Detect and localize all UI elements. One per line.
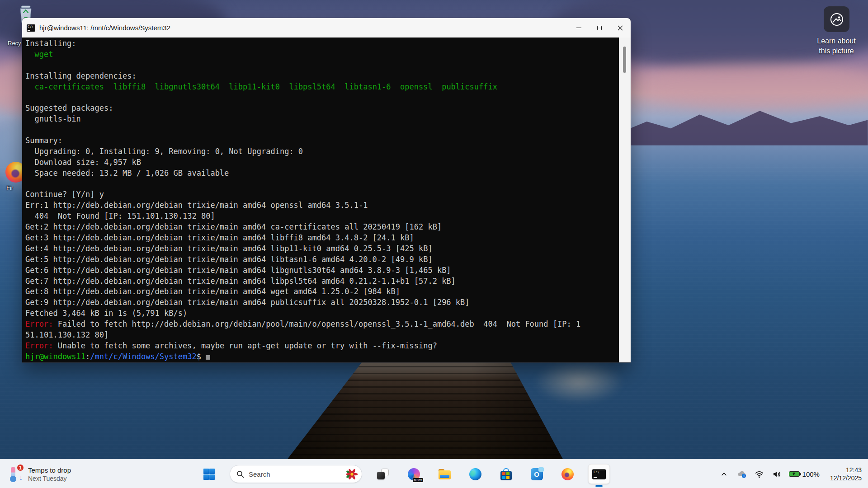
outlook-button[interactable]: O [527,464,547,484]
recycle-bin-label[interactable]: Recy [8,40,21,47]
maximize-button[interactable] [589,18,610,38]
copilot-m365-button[interactable]: M365 [404,464,424,484]
weather-headline: Temps to drop [28,466,71,474]
learn-about-picture-label[interactable]: Learn about this picture [800,36,868,56]
svg-text:i: i [743,474,744,478]
weather-badge: 1 [16,464,24,472]
picture-icon [829,12,844,27]
onedrive-cloud-icon: i [737,470,747,478]
terminal-scrollbar[interactable] [619,38,631,362]
edge-button[interactable] [465,464,485,484]
cmd-window-icon: C:\ [27,24,35,32]
wifi-icon [755,470,764,478]
firefox-button[interactable] [557,464,577,484]
temp-drop-arrow-icon: ↓ [19,474,23,481]
learn-about-line1: Learn about [800,36,868,46]
close-button[interactable] [610,18,631,38]
desktop: Recy Fir Learn about this picture C:\ hj… [0,0,868,488]
folder-icon [439,469,451,479]
terminal-icon: C:\ [592,469,606,479]
firefox-desktop-label[interactable]: Fir [6,184,13,191]
task-view-button[interactable] [373,464,393,484]
weather-subline: Next Tuesday [28,474,71,483]
minimize-button[interactable] [568,18,589,38]
m365-badge: M365 [413,478,423,482]
scrollbar-thumb[interactable] [623,47,626,73]
wallpaper-cloud [633,63,868,108]
wifi-button[interactable] [754,467,765,481]
close-icon [618,25,623,31]
edge-icon [469,468,481,480]
maximize-icon [597,26,602,30]
learn-about-line2: this picture [800,46,868,56]
search-input[interactable] [249,470,341,478]
active-app-indicator [595,485,603,487]
time: 12:43 [830,466,862,474]
search-icon [236,470,244,478]
thermometer-icon: ↓ 1 [8,465,24,483]
store-icon [500,468,512,480]
learn-about-picture-icon[interactable] [824,6,849,32]
battery-percent: 100% [802,470,820,478]
microsoft-store-button[interactable] [496,464,516,484]
taskbar: ↓ 1 Temps to drop Next Tuesday [0,459,868,488]
onedrive-button[interactable]: i [736,467,748,481]
windows-logo-icon [203,469,215,480]
poinsettia-flower-icon [346,468,358,480]
firefox-icon [561,468,574,480]
terminal-window: C:\ hjr@windows11: /mnt/c/Windows/System… [22,18,631,362]
speaker-icon [773,470,781,478]
wallpaper-sun-glint [533,361,624,404]
volume-button[interactable] [771,467,783,481]
start-button[interactable] [199,464,219,484]
outlook-icon: O [531,468,543,480]
tray-chevron-button[interactable] [718,467,730,481]
battery-icon [789,471,800,477]
minimize-icon [576,28,581,28]
window-titlebar[interactable]: C:\ hjr@windows11: /mnt/c/Windows/System… [22,18,631,38]
battery-button[interactable]: 100% [789,470,820,478]
terminal-taskbar-button[interactable]: C:\ [588,464,610,484]
search-box[interactable] [230,465,362,483]
date: 12/12/2025 [830,474,862,482]
file-explorer-button[interactable] [434,464,454,484]
terminal-output[interactable]: Installing: wget Installing dependencies… [22,38,619,362]
window-title: hjr@windows11: /mnt/c/Windows/System32 [39,24,170,32]
weather-widget[interactable]: ↓ 1 Temps to drop Next Tuesday [5,461,75,487]
chevron-up-icon [720,470,728,478]
clock[interactable]: 12:43 12/12/2025 [830,466,862,482]
